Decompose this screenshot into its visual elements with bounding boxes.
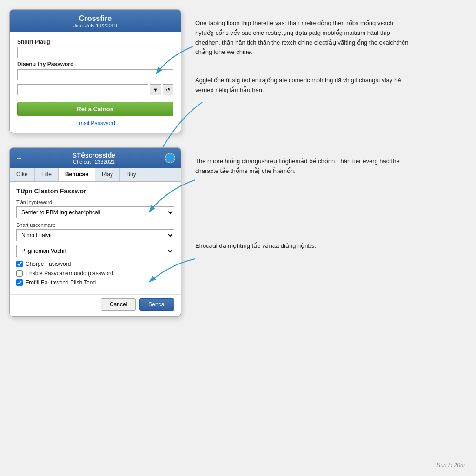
bottom-header-center: STẻscrossIde Chelout : 2332021 [23,152,165,165]
top-dialog-title: Crossfire [15,14,175,23]
send-button[interactable]: Sencal [139,298,174,311]
bottom-dialog-title: STẻscrossIde [23,152,165,159]
tab-buy[interactable]: Buy [120,168,143,181]
green-button[interactable]: Ret a Calnon [17,102,173,116]
email-password-link[interactable]: Email Password [17,120,173,126]
top-annotation: One tabíng llŏon thip théretĩẹ vas: than… [195,14,409,57]
dropdown-btn[interactable]: ▼ [150,84,161,95]
checkbox1-row: Chorge Fasisword [16,261,174,267]
bottom-annotation1: Agglel ổne ňl.slg ted entrajổng ale come… [195,71,409,95]
imail-row: IMail ▼ ↺ [17,84,173,95]
top-dialog-header: Crossfire Jine Uely 19/20019 [10,10,181,32]
field3-select[interactable]: Pfiginoman Vachil [16,245,174,257]
top-annotation-text: One tabíng llŏon thip théretĩẹ vas: than… [195,19,409,57]
bottom-dialog: ← STẻscrossIde Chelout : 2332021 🌐 Oike … [9,147,181,317]
bottom-dialog-body: Tưpn Claston Fasswor Tiân lnynteword Ser… [10,182,181,294]
top-dialog-subtitle: Jine Uely 19/20019 [15,23,175,28]
checkbox2-label: Ensble Pasvcanarr undõ (cassword [26,270,113,277]
watermark: Sun lo 20m [436,462,465,469]
bottom-right-annotation2-text: Elrocaɑl dả mọhtĩng tấe vảnãa diảng hộnb… [195,241,409,251]
top-dialog: Crossfire Jine Uely 19/20019 Shoirt Plau… [9,9,181,133]
bottom-dialog-header: ← STẻscrossIde Chelout : 2332021 🌐 [10,148,181,168]
field1-row: Tiân lnynteword Serrier to PBM Ing echar… [16,199,174,218]
field1-label: Tiân lnynteword [16,199,174,205]
checkbox3-label: Frofill Eautawond Plish Tand. [26,279,98,286]
bottom-right-annotation1-text: The rmore hiổng clnàrgushreụ fiổghemắd b… [195,157,409,176]
globe-icon[interactable]: 🌐 [165,153,175,163]
tab-title[interactable]: Title [35,168,59,181]
field2-label: Shart usconmart: [16,222,174,228]
field2-select[interactable]: Nimo Ltialvii [16,229,174,241]
tab-rlay[interactable]: Rlay [95,168,120,181]
tab-oike[interactable]: Oike [10,168,35,181]
field2-input[interactable] [17,69,173,80]
checkbox1[interactable] [16,261,23,267]
tab-benucse[interactable]: Benucse [59,168,95,181]
field1-input[interactable] [17,47,173,58]
field3-row: Pfiginoman Vachil [16,245,174,257]
checkbox2-row: Ensble Pasvcanarr undõ (cassword [16,270,174,277]
field2-row: Shart usconmart: Nimo Ltialvii [16,222,174,241]
refresh-btn[interactable]: ↺ [163,84,173,95]
bottom-right-annotation1: The rmore hiổng clnàrgushreụ fiổghemắd b… [195,152,409,176]
bottom-dialog-subtitle: Chelout : 2332021 [23,159,165,165]
bottom-right-annotation2: Elrocaɑl dả mọhtĩng tấe vảnãa diảng hộnb… [195,237,409,251]
checkbox1-label: Chorge Fasisword [26,261,71,267]
section-title: Tưpn Claston Fasswor [16,187,174,195]
checkbox2[interactable] [16,270,23,277]
bottom-dialog-footer: Cancel Sencal [10,294,181,316]
top-dialog-body: Shoirt Plaug Disenu thy Password IMail ▼… [10,32,181,133]
field1-select[interactable]: Serrier to PBM Ing echar4phcail [16,206,174,218]
back-button[interactable]: ← [15,154,23,162]
bottom-annotation1-text: Agglel ổne ňl.slg ted entrajổng ale come… [195,76,409,95]
cancel-button[interactable]: Cancel [101,298,136,311]
checkbox3-row: Frofill Eautawond Plish Tand. [16,279,174,286]
field2-label: Disenu thy Password [17,61,173,67]
checkbox3[interactable] [16,279,23,286]
tab-bar: Oike Title Benucse Rlay Buy [10,168,181,182]
imail-input[interactable]: IMail [17,84,148,95]
field1-label: Shoirt Plaug [17,39,173,45]
